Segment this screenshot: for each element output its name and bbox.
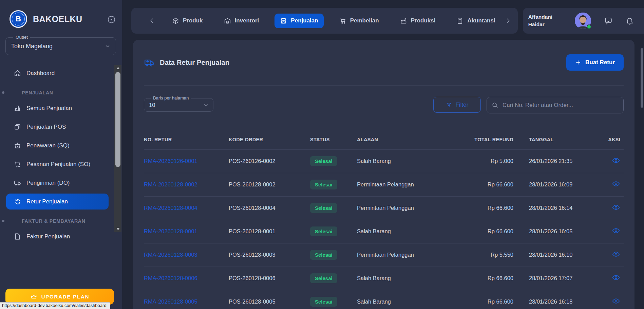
sidebar-item-penawaran-sq[interactable]: Penawaran (SQ) [6,138,109,153]
tab-label: Inventori [235,17,259,24]
rows-per-page-select[interactable]: Baris per halaman 10 [144,98,213,112]
column-header-total-refund: TOTAL REFUND [460,130,515,149]
table-row: RMA-20260128-0004POS-260128-0004SelesaiP… [144,196,624,220]
eye-icon [612,297,620,305]
return-number-link[interactable]: RMA-20260128-0003 [144,252,197,258]
column-header-kode-order: KODE ORDER [229,130,310,149]
create-return-button[interactable]: Buat Retur [566,54,624,71]
messages-button[interactable] [604,16,613,25]
view-detail-button[interactable] [612,156,620,165]
tab-penjualan[interactable]: Penjualan [274,14,323,28]
table-controls: Baris per halaman 10 Filter [144,97,624,113]
topbar: ProdukInventoriPenjualanPembelianProduks… [131,8,634,34]
tab-label: Penjualan [291,17,318,24]
sidebar-item-pengiriman-do[interactable]: Pengiriman (DO) [6,175,109,191]
date-cell: 28/01/2026 17:07 [515,267,596,290]
chevron-left-icon [148,17,156,24]
cart-icon [14,160,21,168]
brand-name: BAKOELKU [33,14,82,24]
user-name: Affandani Haidar [528,13,562,29]
sidebar-item-label: Faktur Penjualan [26,233,70,240]
rows-per-page-value: 10 [149,102,155,108]
returns-table: NO. RETURKODE ORDERSTATUSALASANTOTAL REF… [144,130,624,309]
cube-icon [172,17,179,24]
status-badge: Selesai [310,297,337,307]
sidebar-item-retur-penjualan[interactable]: Retur Penjualan [6,194,109,210]
outlet-select[interactable]: Outlet Toko Magelang [5,37,116,55]
view-detail-button[interactable] [612,273,620,282]
sidebar: B BAKOELKU Outlet Toko Magelang Dashboar… [0,0,122,309]
view-detail-button[interactable] [612,297,620,305]
reason-cell: Permintaan Pelanggan [357,243,460,267]
total-refund-cell: Rp 66.600 [460,267,515,290]
scroll-up-arrow[interactable] [114,65,121,71]
return-number-link[interactable]: RMA-20260126-0001 [144,158,197,164]
return-icon [14,198,21,205]
basket-icon [14,142,21,149]
eye-icon [612,273,620,282]
return-truck-icon [144,57,154,68]
return-number-link[interactable]: RMA-20260128-0006 [144,275,197,281]
tab-label: Pembelian [350,17,379,24]
user-panel: Affandani Haidar [523,8,644,34]
eye-icon [612,226,620,235]
sidebar-item-pesanan-penjualan-so[interactable]: Pesanan Penjualan (SO) [6,156,109,172]
tab-produksi[interactable]: Produksi [395,14,441,28]
total-refund-cell: Rp 5.000 [460,149,515,173]
sidebar-section-label: FAKTUR & PEMBAYARAN [6,218,109,224]
sidebar-item-faktur-penjualan[interactable]: Faktur Penjualan [6,229,109,244]
sidebar-item-dashboard[interactable]: Dashboard [6,65,109,81]
eye-icon [612,156,620,165]
circle-dot-icon [107,15,116,24]
warehouse-icon [224,17,231,24]
return-number-link[interactable]: RMA-20260128-0005 [144,298,197,305]
column-header-alasan: ALASAN [357,130,460,149]
bell-icon [625,16,634,25]
filter-button[interactable]: Filter [433,97,481,113]
module-tabs: ProdukInventoriPenjualanPembelianProduks… [167,14,501,28]
app-root: B BAKOELKU Outlet Toko Magelang Dashboar… [0,0,644,309]
view-detail-button[interactable] [612,250,620,258]
user-avatar[interactable] [575,13,591,29]
date-cell: 28/01/2026 16:05 [515,220,596,243]
view-detail-button[interactable] [612,180,620,188]
return-number-link[interactable]: RMA-20260128-0002 [144,181,197,187]
reason-cell: Permintaan Pelanggan [357,196,460,220]
bar-chart-icon [14,104,21,112]
return-number-link[interactable]: RMA-20260128-0004 [144,205,197,211]
search-box [487,97,624,113]
tab-label: Produk [183,17,203,24]
copy-icon [14,123,21,131]
tab-pembelian[interactable]: Pembelian [334,14,384,28]
tab-produk[interactable]: Produk [167,14,208,28]
filter-label: Filter [456,102,469,108]
sidebar-item-penjualan-pos[interactable]: Penjualan POS [6,119,109,135]
view-detail-button[interactable] [612,203,620,212]
tab-akuntansi[interactable]: Akuntansi [451,14,500,28]
chat-smile-icon [604,16,613,25]
sidebar-scrollbar[interactable] [114,65,121,232]
sidebar-scrollbar-thumb[interactable] [115,72,120,167]
view-detail-button[interactable] [612,226,620,235]
sidebar-item-label: Pengiriman (DO) [26,180,70,186]
return-number-link[interactable]: RMA-20260128-0001 [144,228,197,234]
sidebar-item-semua-penjualan[interactable]: Semua Penjualan [6,100,109,116]
page-scrollbar-thumb[interactable] [641,48,643,108]
nav-scroll-left-button[interactable] [148,17,156,24]
chevron-down-icon [203,102,209,108]
order-code-cell: POS-260128-0004 [229,196,310,220]
page-title: Data Retur Penjualan [160,59,229,67]
date-cell: 28/01/2026 16:18 [515,290,596,309]
file-icon [14,233,21,240]
home-icon [14,69,21,77]
nav-scroll-right-button[interactable] [504,17,512,24]
total-refund-cell: Rp 66.600 [460,196,515,220]
date-cell: 28/01/2026 16:10 [515,243,596,267]
notifications-button[interactable] [625,16,634,25]
search-input[interactable] [487,97,624,113]
scroll-down-arrow[interactable] [114,226,121,232]
sidebar-toggle-button[interactable] [107,15,116,24]
tab-inventori[interactable]: Inventori [219,14,265,28]
order-code-cell: POS-260128-0001 [229,220,310,243]
chevron-right-icon [504,17,512,24]
